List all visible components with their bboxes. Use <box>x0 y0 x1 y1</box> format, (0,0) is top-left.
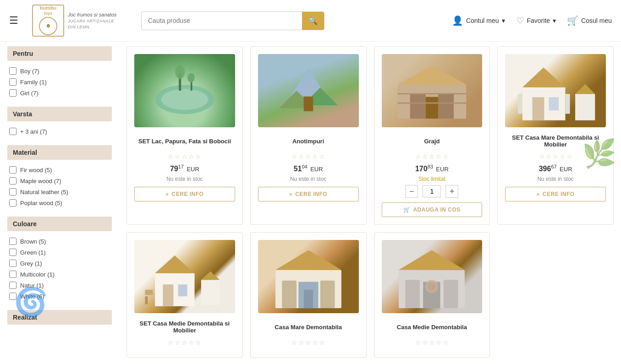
account-label: Contul meu <box>466 17 499 24</box>
cere-info-button-anotimpuri[interactable]: » CERE INFO <box>258 187 359 201</box>
search-button[interactable]: 🔍 <box>302 12 324 30</box>
filter-boy-label: Boy (7) <box>20 68 110 75</box>
filter-green[interactable]: Green (1) <box>7 247 112 258</box>
filter-natur-checkbox[interactable] <box>9 282 16 289</box>
price-dec: 17 <box>178 164 184 169</box>
cere-info-label-anotimpuri: CERE INFO <box>295 191 327 197</box>
filter-naturalleather[interactable]: Natural leather (5) <box>7 186 112 197</box>
product-image-grajd <box>382 54 483 127</box>
filter-maplewood[interactable]: Maple wood (7) <box>7 175 112 186</box>
price-int: 396 <box>539 165 551 173</box>
svg-rect-41 <box>406 280 420 309</box>
filter-multicolor[interactable]: Multicolor (1) <box>7 269 112 280</box>
filter-family-checkbox[interactable] <box>9 78 16 86</box>
product-card-casa-medie-dem: Casa Medie Demontabila ☆ ☆ ☆ ☆ ☆ <box>374 232 490 358</box>
filter-family[interactable]: Family (1) <box>7 76 112 87</box>
filter-green-checkbox[interactable] <box>9 249 16 256</box>
filter-poplarwood[interactable]: Poplar wood (5) <box>7 197 112 208</box>
product-image-placeholder-casa-medie <box>382 240 483 313</box>
star-rating-casa-medie-dem: ☆ ☆ ☆ ☆ ☆ <box>415 339 449 346</box>
price-currency: EUR <box>560 166 572 173</box>
favorites-nav-item[interactable]: ♡ Favorite ▾ <box>516 15 556 26</box>
account-nav-item[interactable]: 👤 Contul meu ▾ <box>452 15 505 26</box>
cere-info-label-set-lac: CERE INFO <box>172 191 204 197</box>
filter-naturalleather-checkbox[interactable] <box>9 188 16 196</box>
svg-rect-29 <box>201 280 220 305</box>
filter-white-checkbox[interactable] <box>9 293 16 300</box>
filter-firwood[interactable]: Fir wood (5) <box>7 164 112 175</box>
filter-grey[interactable]: Grey (1) <box>7 258 112 269</box>
adauga-cos-button-grajd[interactable]: 🛒 ADAUGA IN COS <box>382 202 483 217</box>
star-5: ☆ <box>195 153 201 160</box>
star-2: ☆ <box>175 153 181 160</box>
filter-brown[interactable]: Brown (5) <box>7 236 112 247</box>
sidebar: Pentru Boy (7) Family (1) Girl (7) Varst… <box>0 42 119 364</box>
filter-naturalleather-label: Natural leather (5) <box>20 189 110 196</box>
qty-input-grajd[interactable] <box>423 185 441 197</box>
price-dec: 83 <box>428 164 433 169</box>
svg-marker-30 <box>201 272 220 280</box>
svg-marker-24 <box>575 84 595 94</box>
filter-maplewood-checkbox[interactable] <box>9 177 16 185</box>
logo-subtitle: JUCARII ARTIZANALE DIN LEMN <box>68 18 123 30</box>
filter-firwood-checkbox[interactable] <box>9 166 16 174</box>
favorites-label: Favorite <box>527 17 550 24</box>
filter-maplewood-label: Maple wood (7) <box>20 178 110 185</box>
product-image-set-casa-mare <box>505 54 606 127</box>
product-image-set-lac <box>134 54 235 127</box>
qty-minus-grajd[interactable]: − <box>405 185 418 198</box>
filter-natur[interactable]: Natur (1) <box>7 280 112 291</box>
filter-grey-checkbox[interactable] <box>9 260 16 267</box>
svg-marker-11 <box>398 66 467 85</box>
quantity-row-grajd: − + <box>405 185 458 198</box>
product-image-placeholder-anotimpuri <box>258 54 359 127</box>
svg-point-1 <box>161 89 208 110</box>
filter-boy-checkbox[interactable] <box>9 67 16 75</box>
product-image-casa-medie-dem <box>382 240 483 313</box>
svg-rect-35 <box>282 281 297 308</box>
filter-poplarwood-checkbox[interactable] <box>9 199 16 206</box>
product-image-placeholder-casa-mare2 <box>258 240 359 313</box>
cart-icon: 🛒 <box>567 15 578 26</box>
svg-point-45 <box>428 283 436 290</box>
search-input[interactable] <box>142 12 302 29</box>
star-3: ☆ <box>181 153 187 160</box>
cere-info-icon-set-casa-mare: » <box>537 191 540 197</box>
filter-poplarwood-label: Poplar wood (5) <box>20 200 110 206</box>
filter-age3[interactable]: + 3 ani (7) <box>7 126 112 137</box>
svg-rect-9 <box>303 97 313 111</box>
filter-girl[interactable]: Girl (7) <box>7 87 112 98</box>
star-4: ☆ <box>188 153 194 160</box>
search-bar: 🔍 <box>141 11 324 30</box>
sidebar-section-material: Material Fir wood (5) Maple wood (7) Nat… <box>7 145 112 208</box>
product-image-placeholder-lac <box>134 54 235 127</box>
qty-plus-grajd[interactable]: + <box>445 185 458 198</box>
product-image-placeholder-set-casa-mare <box>505 54 606 127</box>
filter-firwood-label: Fir wood (5) <box>20 167 110 174</box>
filter-family-label: Family (1) <box>20 79 110 86</box>
filter-white[interactable]: White (6) <box>7 291 112 302</box>
product-name-set-lac: SET Lac, Papura, Fata si Bobocii <box>138 133 231 149</box>
filter-brown-checkbox[interactable] <box>9 238 16 245</box>
cere-info-button-set-lac[interactable]: » CERE INFO <box>134 187 235 201</box>
filter-natur-label: Natur (1) <box>20 282 110 289</box>
svg-rect-36 <box>320 281 335 308</box>
filter-green-label: Green (1) <box>20 249 110 256</box>
sidebar-title-material: Material <box>7 145 112 160</box>
filter-age3-checkbox[interactable] <box>9 128 16 135</box>
filter-boy[interactable]: Boy (7) <box>7 65 112 76</box>
cart-nav-item[interactable]: 🛒 Cosul meu <box>567 15 612 26</box>
cere-info-button-set-casa-mare[interactable]: » CERE INFO <box>505 187 606 201</box>
product-card-set-casa-mare: SET Casa Mare Demontabila si Mobilier ☆ … <box>497 46 614 225</box>
star-1: ☆ <box>168 153 174 160</box>
sidebar-title-pentru: Pentru <box>7 46 112 61</box>
filter-multicolor-checkbox[interactable] <box>9 271 16 278</box>
filter-girl-checkbox[interactable] <box>9 89 16 97</box>
product-card-set-casa-medie: SET Casa Medie Demontabila si Mobilier ☆… <box>126 232 243 358</box>
filter-age3-label: + 3 ani (7) <box>20 128 110 135</box>
logo-link[interactable]: bumbu toys 🦁 Joc frumos si sanatos JUCAR… <box>32 5 123 37</box>
filter-white-label: White (6) <box>20 293 110 300</box>
hamburger-icon[interactable]: ☰ <box>9 15 18 27</box>
cart-icon-grajd: 🛒 <box>403 206 411 213</box>
svg-point-3 <box>175 65 184 79</box>
